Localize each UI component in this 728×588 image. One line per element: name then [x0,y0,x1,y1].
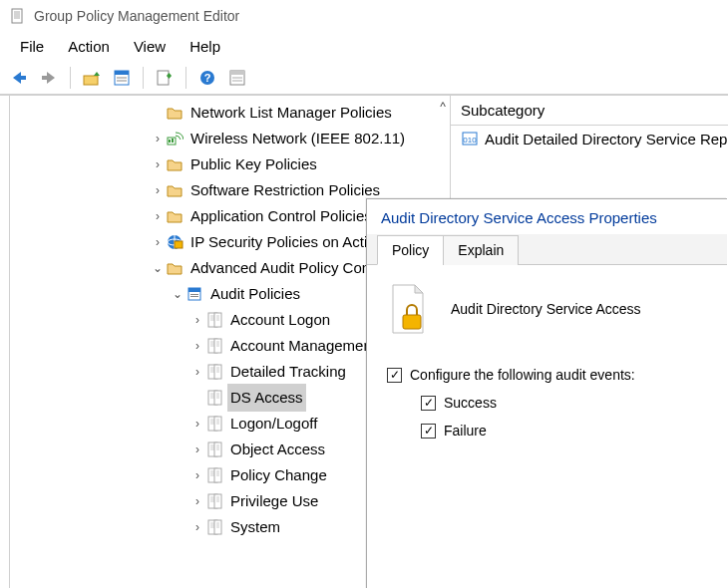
collapse-icon[interactable]: ⌄ [150,255,166,281]
svg-rect-28 [190,296,198,297]
policy-icon [205,492,223,510]
checkbox-configure[interactable] [387,368,402,383]
tree-item-label: Application Control Policies [187,202,375,230]
tree-item-label: Wireless Network (IEEE 802.11) [187,125,408,152]
titlebar: Group Policy Management Editor [0,0,728,32]
expand-icon[interactable]: › [150,151,166,177]
expand-icon[interactable]: › [189,411,205,437]
list-item[interactable]: 010Audit Detailed Directory Service Repl… [451,126,728,151]
menu-file[interactable]: File [10,36,54,57]
list-item-label: Audit Detailed Directory Service Replica… [485,131,728,147]
expand-icon[interactable]: › [150,203,166,229]
policy-header: Audit Directory Service Access [387,283,707,335]
toolbar-separator [70,67,71,89]
left-gutter [0,96,10,588]
tree-item-label: Network List Manager Policies [187,99,395,127]
folder-icon [166,207,183,225]
toolbar-separator [143,67,144,89]
policy-icon [205,389,223,407]
expand-icon[interactable]: › [150,177,166,203]
dialog-body: Audit Directory Service Access Configure… [367,265,727,468]
export-button[interactable] [152,65,178,91]
toolbar-separator [185,67,186,89]
tab-explain[interactable]: Explain [443,235,519,265]
policy-name: Audit Directory Service Access [451,301,641,317]
expand-icon[interactable]: › [150,229,166,255]
checkbox-configure-label: Configure the following audit events: [410,367,635,383]
tree-item-label: Policy Change [227,461,330,489]
expand-icon[interactable]: › [189,359,205,385]
menu-view[interactable]: View [124,36,176,57]
tree-item-label: Software Restriction Policies [187,176,383,204]
checkbox-success[interactable] [421,396,436,411]
expand-icon[interactable]: › [189,333,205,359]
help-button[interactable]: ? [194,65,220,91]
checkbox-failure-label: Failure [444,423,487,439]
properties-button[interactable] [109,65,135,91]
svg-rect-103 [403,315,421,329]
policy-icon [205,363,223,381]
expand-icon[interactable]: › [189,488,205,514]
ipsec-icon [166,233,183,251]
tree-item-label: Public Key Policies [187,150,320,178]
tree-item-label: Audit Policies [207,280,303,308]
policy-doc-icon [387,283,429,335]
tree-item-wireless-network-ieee-802-11[interactable]: ›Wireless Network (IEEE 802.11) [10,126,450,151]
svg-rect-21 [172,139,174,143]
svg-rect-27 [190,294,198,295]
tree-item-label: System [227,513,283,541]
policy-icon [205,415,223,433]
menubar: File Action View Help [0,32,728,61]
svg-text:?: ? [204,72,211,84]
tree-item-label: Privilege Use [227,487,321,515]
tree-item-network-list-manager-policies[interactable]: Network List Manager Policies [10,100,450,126]
subcategory-icon: 010 [461,130,479,147]
svg-rect-6 [42,76,49,80]
expand-icon[interactable]: › [189,514,205,540]
tree-item-label: Account Management [227,332,379,360]
menu-help[interactable]: Help [180,36,230,57]
checkbox-success-row[interactable]: Success [421,395,707,411]
svg-rect-9 [115,71,129,75]
details-button[interactable] [224,65,250,91]
policy-icon [205,311,223,329]
folder-icon [166,259,183,277]
tree-item-label: Object Access [227,436,328,463]
tree-item-label: Account Logon [227,306,333,334]
dialog-title: Audit Directory Service Access Propertie… [367,199,727,234]
policy-icon [205,441,223,458]
menu-action[interactable]: Action [58,36,120,57]
svg-rect-5 [19,76,26,80]
tab-policy[interactable]: Policy [377,235,444,265]
folder-icon [166,104,183,122]
forward-button[interactable] [36,65,62,91]
tree-item-label: Logon/Logoff [227,410,320,438]
folder-icon [166,181,183,199]
list: 010Audit Detailed Directory Service Repl… [451,126,728,151]
window-title: Group Policy Management Editor [34,8,239,24]
list-header-subcategory[interactable]: Subcategory [451,96,728,126]
checkbox-failure-row[interactable]: Failure [421,423,707,439]
tree-scroll-up-icon[interactable]: ^ [440,100,446,114]
expand-icon[interactable]: › [189,437,205,462]
tree-item-public-key-policies[interactable]: ›Public Key Policies [10,151,450,177]
svg-text:010: 010 [463,136,477,145]
back-button[interactable] [6,65,32,91]
toolbar: ? [0,61,728,95]
svg-rect-12 [158,71,169,85]
svg-rect-20 [169,140,171,143]
expand-icon[interactable]: › [150,126,166,151]
up-button[interactable] [79,65,105,91]
expand-icon[interactable]: › [189,462,205,488]
svg-rect-7 [84,76,98,85]
svg-rect-16 [230,71,244,75]
folder-icon [166,155,183,173]
audit-icon [185,285,203,303]
checkbox-configure-row[interactable]: Configure the following audit events: [387,367,707,383]
tree-item-label: Detailed Tracking [227,358,349,386]
svg-rect-26 [188,288,200,292]
checkbox-failure[interactable] [421,424,436,439]
collapse-icon[interactable]: ⌄ [170,281,185,307]
expand-icon[interactable]: › [189,307,205,333]
policy-icon [205,518,223,536]
